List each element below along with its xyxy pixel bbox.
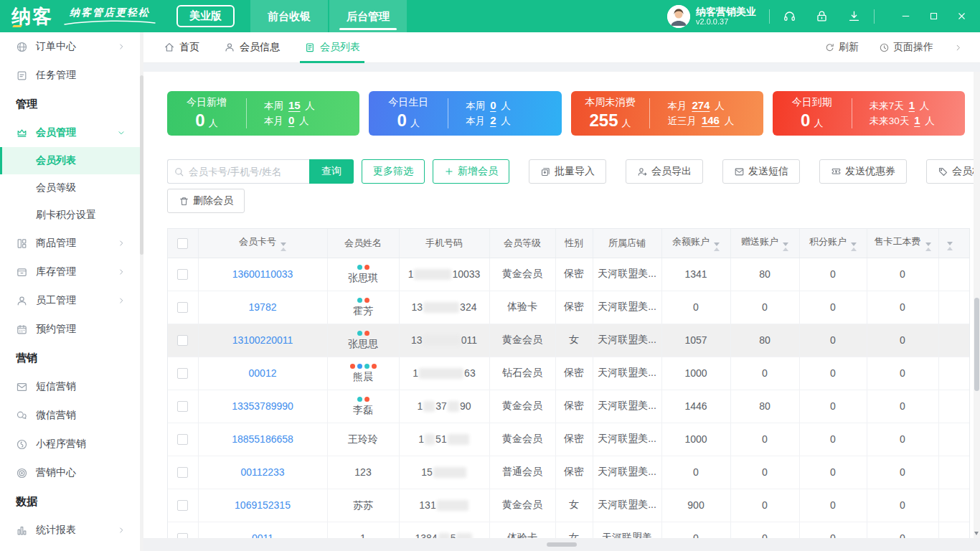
column-header-fee[interactable]: 售卡工本费 [867,229,938,258]
row-checkbox[interactable] [177,401,188,412]
account-info[interactable]: 纳客营销美业 v2.0.0.37 [667,5,756,28]
column-header-gift[interactable]: 赠送账户 [730,229,799,258]
tag-dot [372,364,377,369]
nav-tab-backend-manage[interactable]: 后台管理 [329,0,407,32]
sidebar-item-miniprogram-marketing[interactable]: 小程序营销 [0,430,143,458]
row-checkbox[interactable] [177,500,188,511]
tab-member-list[interactable]: 会员列表 [304,32,360,63]
send-coupon-button[interactable]: 发送优惠券 [819,159,907,184]
search-input[interactable] [189,166,303,177]
column-header-points[interactable]: 积分账户 [799,229,867,258]
row-checkbox[interactable] [177,368,188,379]
column-label: 会员卡号 [239,236,276,247]
member-card-link[interactable]: 13600110033 [232,268,293,280]
stat-card-value-line: 0人 [167,110,246,131]
download-icon[interactable] [847,9,861,23]
sidebar-subitem-member-level[interactable]: 会员等级 [0,174,143,202]
sidebar-item-label: 营销中心 [36,466,76,479]
cell-phone: 110033 [399,258,489,291]
send-sms-button[interactable]: 发送短信 [722,159,800,184]
cell-points: 0 [799,456,867,489]
row-checkbox[interactable] [177,467,188,478]
refresh-button[interactable]: 刷新 [824,41,859,54]
member-card-link[interactable]: 00012 [249,367,277,379]
column-header-phone: 手机号码 [399,229,489,258]
page-actions-button[interactable]: 页面操作 [879,41,933,54]
sidebar-item-order-center[interactable]: 订单中心 [0,32,143,61]
tab-member-info[interactable]: 会员信息 [224,32,280,63]
member-card-link[interactable]: 19782 [249,301,277,313]
sidebar-item-appointment-management[interactable]: 预约管理 [0,315,143,344]
member-card-link[interactable]: 0011 [252,532,273,538]
horizontal-scrollbar-thumb[interactable] [547,542,577,547]
lock-icon[interactable] [815,9,829,23]
sort-toggle[interactable] [947,242,953,250]
row-checkbox[interactable] [177,434,188,445]
member-name-block: 1 [328,529,399,539]
row-checkbox[interactable] [177,302,188,313]
select-all-checkbox[interactable] [177,238,188,249]
row-checkbox[interactable] [177,533,188,538]
cell-member-name: 1 [327,522,399,538]
sort-toggle[interactable] [281,242,286,251]
add-member-button[interactable]: 新增会员 [433,159,509,184]
chev-right-icon [117,42,126,51]
member-export-button[interactable]: 会员导出 [626,159,703,184]
sidebar-item-inventory-management[interactable]: 库存管理 [0,258,143,286]
stat-card-value: 0 [195,110,204,130]
member-card-link[interactable]: 13353789990 [232,400,293,412]
sort-toggle[interactable] [783,242,788,251]
scrollbar-down-arrow[interactable] [974,532,979,535]
stat-card-new-today[interactable]: 今日新增0人本周 15 人本月 0 人 [167,91,359,136]
member-tag-button[interactable]: 会员标签 [926,159,980,184]
stat-card-no-consume-week[interactable]: 本周未消费255人本月 274 人近三月 146 人 [571,91,763,136]
batch-import-button[interactable]: 批量导入 [529,159,606,184]
toolbar-row-2: 删除会员 [167,189,245,213]
row-checkbox-cell [168,522,198,538]
sidebar-scrollbar-thumb[interactable] [140,75,143,255]
sidebar-item-wechat-marketing[interactable]: 微信营销 [0,401,143,430]
sidebar-item-statistics-reports[interactable]: 统计报表 [0,516,143,545]
column-header-card[interactable]: 会员卡号 [198,229,327,258]
member-card-link[interactable]: 1069152315 [235,499,291,511]
column-header-balance[interactable]: 余额账户 [661,229,730,258]
headset-icon[interactable] [783,9,796,23]
close-button[interactable] [956,11,967,22]
delete-member-button[interactable]: 删除会员 [167,189,245,213]
member-card-link[interactable]: 18855186658 [232,433,293,445]
edition-badge[interactable]: 美业版 [176,5,235,27]
tab-home[interactable]: 首页 [164,32,199,63]
cell-points: 0 [799,258,867,291]
maximize-button[interactable] [928,11,939,22]
row-checkbox[interactable] [177,269,188,280]
stat-card-birthday-today[interactable]: 今日生日0人本周 0 人本月 2 人 [369,91,561,136]
member-card-link[interactable]: 13100220011 [232,334,293,346]
search-button[interactable]: 查询 [309,159,354,184]
sort-toggle[interactable] [714,242,720,251]
sidebar-item-marketing-center[interactable]: 营销中心 [0,458,143,487]
sidebar-item-task-management[interactable]: 任务管理 [0,61,143,90]
more-filter-button[interactable]: 更多筛选 [362,159,425,184]
vertical-scrollbar[interactable] [974,72,980,538]
sidebar-item-sms-marketing[interactable]: 短信营销 [0,372,143,401]
sidebar-item-member-management[interactable]: 会员管理 [0,118,143,147]
wechat-icon [16,410,28,422]
minimize-button[interactable] [900,11,911,22]
sidebar-subitem-member-list[interactable]: 会员列表 [0,147,143,174]
sidebar-scrollbar[interactable] [140,32,143,551]
cell-fee: 0 [867,390,938,423]
sidebar-item-product-management[interactable]: 商品管理 [0,229,143,258]
member-name-text: 1 [328,532,399,539]
tab-label: 首页 [179,41,199,54]
vertical-scrollbar-thumb[interactable] [974,298,979,391]
member-name-block: 霍芳 [328,295,399,320]
stat-card-expire-today[interactable]: 今日到期0人未来7天 1 人未来30天 1 人 [773,91,965,136]
tab-label: 会员列表 [320,41,360,54]
member-card-link[interactable]: 00112233 [240,466,284,478]
sidebar-item-staff-management[interactable]: 员工管理 [0,286,143,315]
nav-tab-front-cashier[interactable]: 前台收银 [250,0,328,32]
sort-toggle[interactable] [851,242,857,251]
row-checkbox[interactable] [177,335,188,346]
sidebar-subitem-card-points-settings[interactable]: 刷卡积分设置 [0,202,143,229]
sort-toggle[interactable] [925,242,931,251]
